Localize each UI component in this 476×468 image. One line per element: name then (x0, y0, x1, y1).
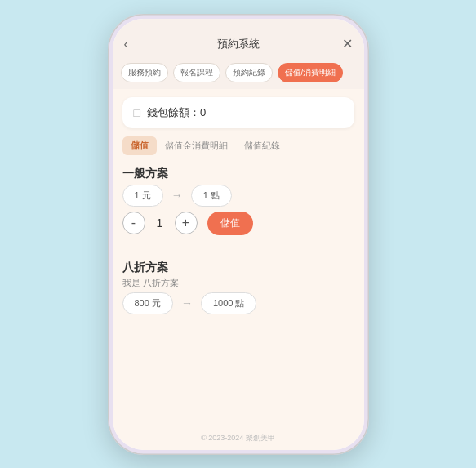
wallet-card: □ 錢包餘額：0 (122, 97, 354, 128)
phone-frame: ‹ 預約系統 ✕ 服務預約 報名課程 預約紀錄 儲值/消費明細 □ 錢包餘額：0… (108, 14, 369, 455)
wallet-balance: 錢包餘額：0 (147, 105, 206, 120)
footer: © 2023-2024 樂創美甲 (113, 430, 364, 450)
main-tab-bar: 服務預約 報名課程 預約紀錄 儲值/消費明細 (113, 58, 364, 89)
discount-plan-title: 八折方案 (122, 261, 354, 275)
general-plan-title: 一般方案 (122, 167, 354, 181)
sub-tab-recharge[interactable]: 儲值 (122, 136, 157, 155)
recharge-button[interactable]: 儲值 (207, 212, 253, 235)
discount-plan-to: 1000 點 (201, 292, 257, 314)
back-button[interactable]: ‹ (124, 37, 128, 51)
close-button[interactable]: ✕ (342, 36, 353, 51)
stepper-row: - 1 + 儲值 (122, 212, 354, 235)
section-divider (122, 247, 354, 247)
general-plan-section: 一般方案 1 元 → 1 點 - 1 + 儲值 (122, 163, 354, 235)
main-content: □ 錢包餘額：0 儲值 儲值金消費明細 儲值紀錄 一般方案 1 元 → 1 點 … (113, 89, 364, 430)
discount-plan-desc: 我是 八折方案 (122, 277, 354, 289)
general-plan-conversion-row: 1 元 → 1 點 (122, 185, 354, 207)
general-plan-arrow: → (171, 189, 183, 202)
status-bar (113, 19, 364, 33)
stepper-plus-button[interactable]: + (175, 212, 198, 234)
general-plan-to: 1 點 (191, 185, 232, 207)
tab-recharge-consumption[interactable]: 儲值/消費明細 (278, 63, 344, 82)
stepper-value: 1 (152, 216, 168, 230)
wallet-icon: □ (134, 106, 140, 119)
header: ‹ 預約系統 ✕ (113, 33, 364, 58)
tab-booking-records[interactable]: 預約紀錄 (225, 63, 273, 82)
phone-screen: ‹ 預約系統 ✕ 服務預約 報名課程 預約紀錄 儲值/消費明細 □ 錢包餘額：0… (113, 19, 364, 450)
tab-register-course[interactable]: 報名課程 (173, 63, 220, 82)
header-title: 預約系統 (217, 37, 260, 51)
sub-tab-recharge-records[interactable]: 儲值紀錄 (236, 136, 288, 155)
footer-text: © 2023-2024 樂創美甲 (201, 434, 275, 442)
discount-plan-arrow: → (181, 296, 193, 310)
sub-tab-consumption-detail[interactable]: 儲值金消費明細 (157, 136, 236, 155)
stepper-minus-button[interactable]: - (122, 212, 145, 234)
general-plan-from: 1 元 (122, 185, 163, 207)
discount-plan-conversion-row: 800 元 → 1000 點 (122, 292, 354, 314)
discount-plan-section: 八折方案 我是 八折方案 800 元 → 1000 點 (122, 259, 354, 314)
tab-service-booking[interactable]: 服務預約 (121, 63, 168, 82)
sub-tab-bar: 儲值 儲值金消費明細 儲值紀錄 (122, 136, 354, 155)
discount-plan-from: 800 元 (122, 292, 173, 314)
